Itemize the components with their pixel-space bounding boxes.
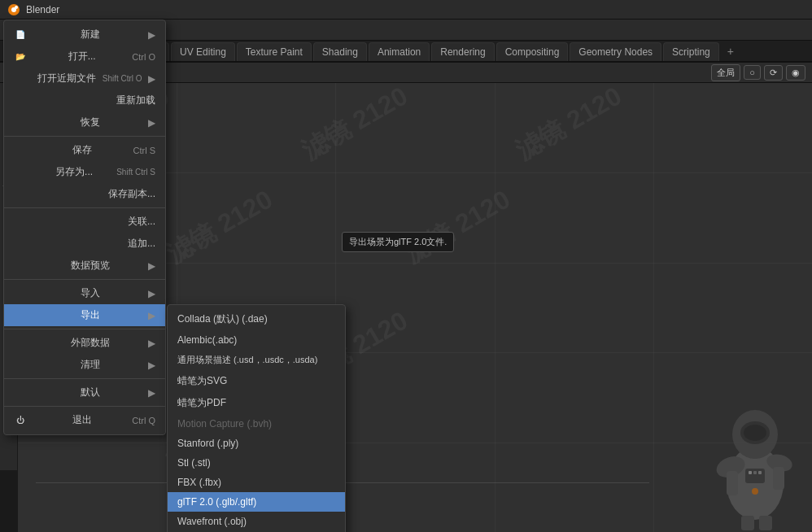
tab-animation[interactable]: Animation — [369, 42, 430, 61]
menu-item-open-recent[interactable]: 打开近期文件 Shift Ctrl O ▶ — [4, 68, 165, 89]
new-icon: 📄 — [14, 28, 27, 41]
menu-item-revert[interactable]: 重新加载 — [4, 89, 165, 111]
menu-item-clean[interactable]: 清理 ▶ — [4, 354, 165, 376]
export-gltf[interactable]: glTF 2.0 (.glb/.gltf) — [168, 492, 345, 512]
viewport-shading-button[interactable]: ○ — [744, 65, 761, 80]
svg-rect-9 — [727, 471, 738, 495]
quit-icon: ⏻ — [14, 414, 27, 427]
svg-point-17 — [752, 488, 758, 495]
divider — [4, 329, 165, 329]
menu-item-open[interactable]: 📂 打开... Ctrl O — [4, 46, 165, 68]
divider — [4, 279, 165, 280]
menu-item-import[interactable]: 导入 ▶ — [4, 282, 165, 304]
recover-arrow: ▶ — [148, 117, 155, 129]
tab-scripting[interactable]: Scripting — [663, 42, 719, 61]
export-submenu: Collada (默认) (.dae) Alembic(.abc) 通用场景描述… — [167, 304, 346, 532]
menu-item-recover[interactable]: 恢复 ▶ — [4, 111, 165, 133]
divider — [4, 378, 165, 379]
blender-logo-icon — [7, 2, 21, 17]
gltf-export-tooltip: 导出场景为glTF 2.0文件. — [342, 232, 454, 252]
svg-point-2 — [15, 6, 18, 9]
data-preview-arrow: ▶ — [148, 260, 155, 272]
menu-item-data-preview[interactable]: 数据预览 ▶ — [4, 255, 165, 277]
clean-arrow: ▶ — [148, 360, 155, 371]
tab-shading[interactable]: Shading — [313, 42, 367, 61]
menu-item-save-copy[interactable]: 保存副本... — [4, 183, 165, 205]
svg-rect-14 — [758, 471, 762, 474]
export-usd[interactable]: 通用场景描述 (.usd，.usdc，.usda) — [168, 350, 345, 370]
global-view-button[interactable]: 全局 — [711, 64, 740, 81]
watermark: 滤镜 2120 — [509, 83, 629, 168]
viewport-overlay-button[interactable]: ⟳ — [764, 65, 783, 81]
export-svg[interactable]: 蜡笔为SVG — [168, 370, 345, 392]
titlebar: Blender — [0, 0, 812, 20]
submenu-arrow: ▶ — [148, 29, 155, 41]
export-arrow: ▶ — [148, 310, 155, 321]
title-text: Blender — [26, 4, 59, 15]
svg-rect-16 — [759, 516, 772, 530]
file-dropdown-menu: 📄 新建 ▶ 📂 打开... Ctrl O 打开近期文件 Shift Ctrl … — [3, 20, 166, 435]
tab-geometry-nodes[interactable]: Geometry Nodes — [570, 42, 661, 61]
defaults-arrow: ▶ — [148, 387, 155, 399]
menu-item-save[interactable]: 保存 Ctrl S — [4, 139, 165, 161]
menu-item-save-as[interactable]: 另存为... Shift Ctrl S — [4, 161, 165, 183]
watermark: 滤镜 2120 — [398, 181, 517, 271]
svg-rect-12 — [749, 471, 752, 474]
menu-item-export[interactable]: 导出 ▶ Collada (默认) (.dae) Alembic(.abc) 通… — [4, 304, 165, 326]
tab-texture-paint[interactable]: Texture Paint — [237, 42, 312, 61]
recent-icon — [14, 72, 27, 85]
menu-item-external-data[interactable]: 外部数据 ▶ — [4, 332, 165, 354]
tab-rendering[interactable]: Rendering — [431, 42, 494, 61]
export-stl[interactable]: Stl (.stl) — [168, 453, 345, 473]
menu-item-new[interactable]: 📄 新建 ▶ — [4, 24, 165, 46]
add-workspace-tab-button[interactable]: + — [721, 41, 740, 61]
svg-rect-11 — [745, 469, 765, 483]
svg-rect-10 — [773, 467, 784, 490]
robot-model — [649, 337, 812, 532]
viewport-gizmo-button[interactable]: ◉ — [786, 65, 805, 81]
watermark: 滤镜 2120 — [159, 181, 279, 271]
tab-uv-editing[interactable]: UV Editing — [171, 42, 235, 61]
recent-arrow: ▶ — [148, 73, 155, 85]
divider — [4, 207, 165, 208]
grid-line — [495, 83, 495, 532]
external-data-arrow: ▶ — [148, 338, 155, 349]
menu-item-append[interactable]: 追加... — [4, 233, 165, 255]
import-arrow: ▶ — [148, 288, 155, 299]
divider — [4, 136, 165, 137]
export-ply[interactable]: Stanford (.ply) — [168, 434, 345, 453]
menu-item-link[interactable]: 关联... — [4, 211, 165, 233]
menu-item-quit[interactable]: ⏻ 退出 Ctrl Q — [4, 409, 165, 431]
export-obj[interactable]: Wavefront (.obj) — [168, 512, 345, 531]
open-icon: 📂 — [14, 50, 27, 63]
menu-item-defaults[interactable]: 默认 ▶ — [4, 382, 165, 403]
svg-rect-13 — [753, 471, 757, 474]
export-alembic[interactable]: Alembic(.abc) — [168, 330, 345, 350]
watermark: 滤镜 2120 — [295, 83, 414, 168]
svg-point-6 — [744, 425, 766, 441]
tab-compositing[interactable]: Compositing — [496, 42, 569, 61]
export-bvh: Motion Capture (.bvh) — [168, 414, 345, 434]
export-pdf[interactable]: 蜡笔为PDF — [168, 392, 345, 414]
svg-rect-15 — [741, 516, 754, 530]
export-fbx[interactable]: FBX (.fbx) — [168, 473, 345, 492]
export-collada[interactable]: Collada (默认) (.dae) — [168, 308, 345, 330]
divider — [4, 406, 165, 407]
